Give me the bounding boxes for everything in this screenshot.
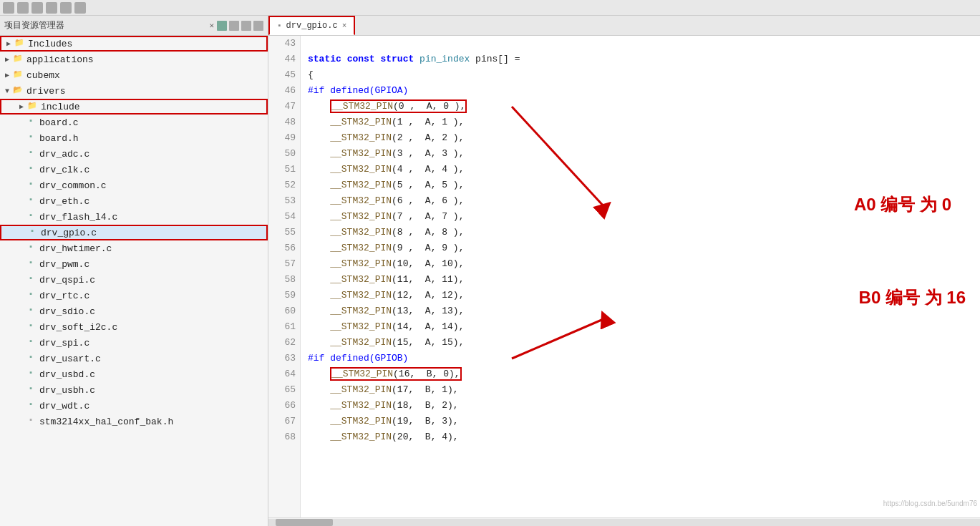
file-icon-drv-pwm: ▪ — [24, 258, 37, 270]
sidebar-item-drv-adc[interactable]: ▪ drv_adc.c — [0, 146, 268, 162]
line-num-44: 44 — [268, 52, 296, 67]
line-num-55: 55 — [268, 225, 296, 240]
label-drv-usbh: drv_usbh.c — [39, 385, 95, 396]
file-icon-drv-rtc: ▪ — [24, 290, 37, 301]
arrow-drv-gpio — [17, 229, 26, 237]
editor-tabs: ▪ drv_gpio.c × — [268, 16, 980, 36]
tab-close-btn[interactable]: × — [342, 21, 347, 30]
label-include: include — [41, 102, 80, 112]
tab-drv-gpio[interactable]: ▪ drv_gpio.c × — [268, 16, 355, 35]
code-line-67: __STM32_PIN(19, B, 3), — [308, 414, 980, 429]
line-num-62: 62 — [268, 335, 296, 351]
file-icon-drv-spi: ▪ — [24, 337, 37, 349]
sidebar-item-include[interactable]: ▶ 📁 include — [0, 99, 268, 115]
sidebar-item-stm32l4xx-conf[interactable]: ▪ stm32l4xx_hal_conf_bak.h — [0, 414, 268, 429]
sidebar-item-drv-common[interactable]: ▪ drv_common.c — [0, 177, 268, 193]
folder-icon-includes: 📁 — [13, 38, 26, 49]
sidebar-title: 项目资源管理器 — [4, 19, 206, 31]
code-line-50: __STM32_PIN(3 , A, 3 ), — [308, 146, 980, 162]
toolbar-icon-4[interactable] — [46, 2, 57, 14]
sidebar-item-drv-eth[interactable]: ▪ drv_eth.c — [0, 193, 268, 209]
sidebar-item-drv-usart[interactable]: ▪ drv_usart.c — [0, 351, 268, 366]
file-icon-drv-qspi: ▪ — [24, 274, 37, 286]
sidebar-item-drv-spi[interactable]: ▪ drv_spi.c — [0, 335, 268, 351]
file-icon-board-c: ▪ — [24, 117, 37, 128]
code-line-66: __STM32_PIN(18, B, 2), — [308, 398, 980, 414]
line-num-67: 67 — [268, 414, 296, 429]
sidebar-header-icons — [217, 21, 263, 31]
folder-icon-include: 📁 — [26, 101, 39, 112]
line-num-57: 57 — [268, 256, 296, 272]
arrow-applications: ▶ — [3, 55, 11, 64]
code-line-51: __STM32_PIN(4 , A, 4 ), — [308, 162, 980, 177]
toolbar-icon-2[interactable] — [17, 2, 29, 14]
scrollbar-thumb[interactable] — [276, 519, 333, 526]
sidebar-item-board-h[interactable]: ▪ board.h — [0, 130, 268, 146]
label-drv-common: drv_common.c — [39, 180, 107, 191]
file-icon-drv-soft-i2c: ▪ — [24, 321, 37, 333]
arrow-drv-pwm — [16, 260, 24, 268]
sidebar-item-drv-hwtimer[interactable]: ▪ drv_hwtimer.c — [0, 240, 268, 256]
sidebar-expand-btn[interactable] — [229, 21, 239, 31]
code-line-53: __STM32_PIN(6 , A, 6 ), — [308, 193, 980, 209]
sidebar-link-btn[interactable] — [241, 21, 251, 31]
sidebar-item-applications[interactable]: ▶ 📁 applications — [0, 52, 268, 67]
file-icon-drv-sdio: ▪ — [24, 306, 37, 317]
code-view: 43 44 45 46 47 48 49 50 51 52 53 54 55 5… — [268, 36, 980, 517]
label-drv-gpio: drv_gpio.c — [41, 228, 97, 238]
line-num-49: 49 — [268, 130, 296, 146]
code-line-64: __STM32_PIN(16, B, 0), — [308, 366, 980, 382]
sidebar-item-cubemx[interactable]: ▶ 📁 cubemx — [0, 67, 268, 83]
sidebar-collapse-btn[interactable] — [217, 21, 227, 31]
horizontal-scrollbar[interactable] — [268, 519, 980, 526]
line-num-64: 64 — [268, 366, 296, 382]
code-line-60: __STM32_PIN(13, A, 13), — [308, 303, 980, 319]
file-icon-drv-gpio: ▪ — [26, 227, 39, 238]
sidebar-item-drv-usbd[interactable]: ▪ drv_usbd.c — [0, 366, 268, 382]
sidebar-item-drv-flash-l4[interactable]: ▪ drv_flash_l4.c — [0, 209, 268, 225]
sidebar-item-drv-clk[interactable]: ▪ drv_clk.c — [0, 162, 268, 177]
line-num-53: 53 — [268, 193, 296, 209]
file-icon-drv-usbd: ▪ — [24, 369, 37, 380]
sidebar-item-drv-usbh[interactable]: ▪ drv_usbh.c — [0, 382, 268, 398]
line-num-61: 61 — [268, 319, 296, 335]
arrow-drv-wdt — [16, 402, 24, 410]
main-area: 项目资源管理器 ✕ ▶ 📁 Includes ▶ 📁 applications — [0, 16, 980, 526]
sidebar-item-drv-wdt[interactable]: ▪ drv_wdt.c — [0, 398, 268, 414]
sidebar-item-drv-pwm[interactable]: ▪ drv_pwm.c — [0, 256, 268, 272]
sidebar-item-drv-qspi[interactable]: ▪ drv_qspi.c — [0, 272, 268, 288]
toolbar-icon-1[interactable] — [3, 2, 14, 14]
label-drv-usbd: drv_usbd.c — [39, 369, 95, 380]
sidebar-item-drv-rtc[interactable]: ▪ drv_rtc.c — [0, 288, 268, 303]
label-drv-flash-l4: drv_flash_l4.c — [39, 212, 117, 223]
sidebar-item-drv-soft-i2c[interactable]: ▪ drv_soft_i2c.c — [0, 319, 268, 335]
sidebar-item-drv-gpio[interactable]: ▪ drv_gpio.c — [0, 225, 268, 240]
code-line-54: __STM32_PIN(7 , A, 7 ), — [308, 209, 980, 225]
toolbar-icon-3[interactable] — [31, 2, 43, 14]
arrow-drv-clk — [16, 166, 24, 174]
label-drivers: drivers — [26, 86, 66, 97]
toolbar-icon-6[interactable] — [74, 2, 86, 14]
sidebar-close-icon: ✕ — [209, 21, 214, 30]
sidebar-item-includes[interactable]: ▶ 📁 Includes — [0, 36, 268, 52]
label-drv-qspi: drv_qspi.c — [39, 275, 95, 286]
code-line-52: __STM32_PIN(5 , A, 5 ), — [308, 177, 980, 193]
toolbar-icon-5[interactable] — [60, 2, 72, 14]
sidebar-item-board-c[interactable]: ▪ board.c — [0, 115, 268, 130]
sidebar-item-drv-sdio[interactable]: ▪ drv_sdio.c — [0, 303, 268, 319]
arrow-drv-soft-i2c — [16, 323, 24, 331]
label-includes: Includes — [28, 39, 72, 49]
code-line-63: #if defined(GPIOB) — [308, 351, 980, 366]
editor-content[interactable]: 43 44 45 46 47 48 49 50 51 52 53 54 55 5… — [268, 36, 980, 517]
sidebar-menu-btn[interactable] — [253, 21, 263, 31]
code-line-55: __STM32_PIN(8 , A, 8 ), — [308, 225, 980, 240]
tab-label: drv_gpio.c — [286, 21, 338, 31]
arrow-board-h — [16, 135, 24, 142]
file-icon-drv-common: ▪ — [24, 180, 37, 191]
label-board-h: board.h — [39, 133, 79, 144]
line-num-66: 66 — [268, 398, 296, 414]
line-numbers: 43 44 45 46 47 48 49 50 51 52 53 54 55 5… — [268, 36, 301, 517]
file-icon-board-h: ▪ — [24, 132, 37, 144]
sidebar-item-drivers[interactable]: ▼ 📂 drivers — [0, 83, 268, 99]
file-icon-drv-flash-l4: ▪ — [24, 211, 37, 223]
